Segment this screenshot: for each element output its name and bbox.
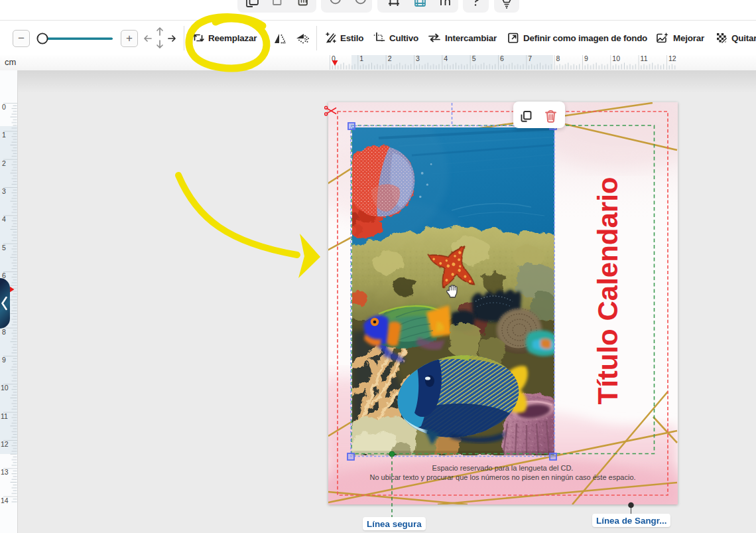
svg-text:3: 3	[416, 55, 420, 62]
svg-text:5: 5	[2, 244, 6, 252]
svg-text:12: 12	[668, 55, 676, 62]
svg-text:10: 10	[1, 384, 9, 392]
svg-text:14: 14	[1, 496, 9, 504]
svg-text:2: 2	[2, 159, 6, 167]
svg-text:11: 11	[1, 412, 8, 420]
svg-text:9: 9	[2, 356, 6, 364]
svg-text:1: 1	[359, 55, 363, 62]
svg-text:5: 5	[472, 55, 476, 62]
svg-text:4: 4	[444, 55, 448, 62]
svg-text:6: 6	[500, 55, 504, 62]
svg-text:7: 7	[528, 55, 532, 62]
svg-text:8: 8	[2, 328, 6, 336]
svg-text:13: 13	[1, 468, 9, 476]
svg-text:9: 9	[584, 55, 588, 62]
svg-text:10: 10	[612, 55, 620, 62]
svg-text:1: 1	[2, 131, 6, 139]
svg-text:12: 12	[1, 440, 9, 448]
svg-text:3: 3	[2, 187, 6, 195]
svg-text:8: 8	[556, 55, 560, 62]
svg-text:0: 0	[2, 103, 6, 111]
svg-text:4: 4	[2, 215, 6, 223]
svg-text:2: 2	[388, 55, 392, 62]
svg-text:11: 11	[641, 55, 648, 62]
